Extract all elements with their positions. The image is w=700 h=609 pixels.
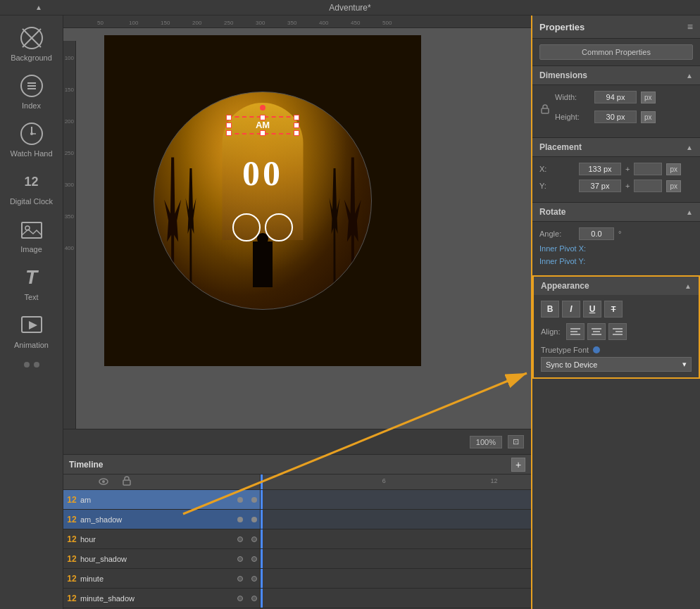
dimensions-section-header[interactable]: Dimensions ▲ <box>532 65 700 85</box>
x-input[interactable] <box>579 163 621 175</box>
pivot-x-label: Inner Pivot X: <box>539 244 586 253</box>
timeline-header: Timeline + <box>63 455 531 475</box>
width-input[interactable] <box>594 91 637 103</box>
dimensions-collapse-icon: ▲ <box>686 72 693 80</box>
am-selection-container: AM <box>227 116 298 134</box>
placement-collapse-icon: ▲ <box>686 144 693 151</box>
watch-hand-icon <box>18 120 46 148</box>
layer-row-hour[interactable]: 12 hour <box>63 529 260 549</box>
y-extra-input[interactable] <box>634 180 662 192</box>
y-input[interactable] <box>579 180 621 192</box>
layer-num-minute: 12 <box>66 574 77 584</box>
placement-section-header[interactable]: Placement ▲ <box>532 137 700 157</box>
sidebar-text-label: Text <box>24 293 38 301</box>
minute-circle-2 <box>265 213 293 241</box>
angle-label: Angle: <box>539 230 575 238</box>
strikethrough-button[interactable]: T <box>604 301 623 318</box>
canvas-workspace[interactable]: AM 00 <box>76 28 531 429</box>
ruler-v-400: 400 <box>65 245 74 251</box>
align-row: Align: <box>541 323 692 340</box>
align-label: Align: <box>541 327 561 336</box>
angle-row: Angle: ° <box>539 227 693 240</box>
height-row: Height: px <box>555 111 656 123</box>
layer-num-minute-shadow: 12 <box>66 594 77 603</box>
timeline-ruler: 6 12 <box>261 475 531 490</box>
panel-menu-button[interactable]: ≡ <box>687 21 693 32</box>
sidebar-item-image[interactable]: Image <box>4 213 59 256</box>
sidebar-item-animation[interactable]: Animation <box>4 308 59 352</box>
ruler-tick-400: 400 <box>319 20 328 26</box>
minute-circle-1 <box>232 213 261 241</box>
bold-button[interactable]: B <box>541 301 559 318</box>
layer-dot-minute-1 <box>237 576 243 582</box>
sidebar-item-watch-hand[interactable]: Watch Hand <box>4 117 59 161</box>
placement-title: Placement <box>539 142 582 152</box>
x-row: X: + px <box>539 163 693 175</box>
main-layout: Background Index <box>0 15 700 609</box>
sync-label: Sync to Device <box>546 360 597 369</box>
text-format-row: B I U T <box>541 301 692 318</box>
svg-marker-14 <box>29 321 37 329</box>
watch-background: AM 00 <box>104 35 421 366</box>
layer-dot-minute-shadow-1 <box>237 596 243 601</box>
y-unit: px <box>666 180 681 192</box>
truetype-dot[interactable] <box>593 346 600 353</box>
timeline-body: 12 am 12 am_shadow 12 hour <box>63 475 531 609</box>
appearance-section-header[interactable]: Appearance ▲ <box>534 277 699 295</box>
sync-dropdown[interactable]: Sync to Device ▾ <box>541 357 692 372</box>
track-hour-shadow <box>261 549 531 569</box>
layer-num-hour-shadow: 12 <box>66 554 77 564</box>
layer-row-am-shadow[interactable]: 12 am_shadow <box>63 510 260 529</box>
lock-icon <box>123 476 131 488</box>
track-am-shadow <box>261 510 531 529</box>
svg-point-10 <box>30 132 33 135</box>
cursor-minute <box>261 569 263 588</box>
layer-row-hour-shadow[interactable]: 12 hour_shadow <box>63 549 260 569</box>
align-right-button[interactable] <box>608 323 627 340</box>
layer-row-minute-shadow[interactable]: 12 minute_shadow <box>63 589 260 608</box>
layer-row-am[interactable]: 12 am <box>63 490 260 510</box>
sidebar-item-text[interactable]: T Text <box>4 260 59 304</box>
x-extra-input[interactable] <box>634 163 662 175</box>
ruler-tick-200: 200 <box>192 20 201 26</box>
x-label: X: <box>539 165 575 173</box>
ruler-v-100: 100 <box>65 55 74 61</box>
animation-icon <box>18 311 46 339</box>
x-plus: + <box>625 165 630 173</box>
underline-button[interactable]: U <box>583 301 601 318</box>
layer-dot-minute-2 <box>251 576 257 582</box>
timeline-title: Timeline <box>69 460 103 470</box>
height-input[interactable] <box>594 111 637 123</box>
dimensions-lock-row: Width: px Height: px <box>539 91 693 127</box>
digital-clock-icon: 12 <box>18 168 46 196</box>
layer-row-minute[interactable]: 12 minute <box>63 569 260 589</box>
rotate-section-header[interactable]: Rotate ▲ <box>532 202 700 222</box>
common-properties-button[interactable]: Common Properties <box>539 44 693 60</box>
background-icon <box>18 24 46 52</box>
italic-button[interactable]: I <box>562 301 580 318</box>
align-left-button[interactable] <box>566 323 585 340</box>
timeline-add-button[interactable]: + <box>511 458 525 472</box>
angle-input[interactable] <box>579 227 614 240</box>
cursor-hour-shadow <box>261 549 263 568</box>
layer-name-hour-shadow: hour_shadow <box>80 555 232 563</box>
sidebar-item-index[interactable]: Index <box>4 69 59 113</box>
ruler-mark-6: 6 <box>382 477 386 484</box>
layer-num-hour: 12 <box>66 534 77 544</box>
track-am <box>261 490 531 510</box>
sidebar-item-background[interactable]: Background <box>4 21 59 65</box>
text-icon: T <box>18 263 46 291</box>
sidebar-item-digital-clock[interactable]: 12 Digital Clock <box>4 165 59 208</box>
align-center-button[interactable] <box>587 323 606 340</box>
handle-anchor[interactable] <box>260 105 265 111</box>
width-row: Width: px <box>555 91 656 103</box>
horizontal-ruler: 50 100 150 200 250 300 350 400 450 500 <box>63 15 531 28</box>
x-unit: px <box>666 163 681 175</box>
status-bar: 100% ⊡ <box>63 429 531 454</box>
zoom-fit-btn[interactable]: ⊡ <box>508 435 524 448</box>
sidebar-watch-hand-label: Watch Hand <box>10 149 52 158</box>
pivot-x-row: Inner Pivot X: <box>539 244 693 253</box>
sidebar-image-label: Image <box>20 245 42 253</box>
svg-rect-11 <box>22 222 42 238</box>
am-text: AM <box>227 116 298 134</box>
